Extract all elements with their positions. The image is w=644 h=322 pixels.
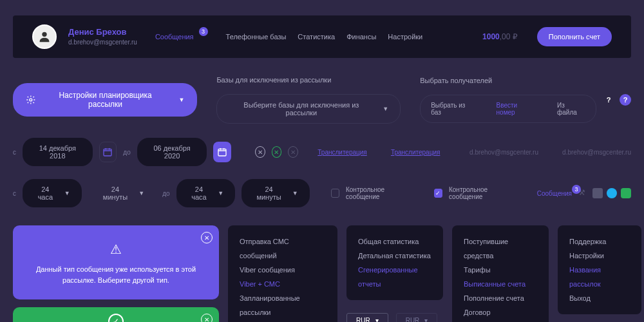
balance-suffix: ,00 ₽ <box>500 32 518 41</box>
scheduler-label: Настройки планировщика рассылки <box>43 91 169 109</box>
top-header: Денис Брехов d.brehov@msgcenter.ru Сообщ… <box>13 15 631 58</box>
exclusion-title: Базы для исключения из рассылки <box>216 76 401 84</box>
calendar-icon[interactable] <box>99 142 117 162</box>
panel-link[interactable]: Поддержка <box>569 234 630 249</box>
nav-badge: 3 <box>199 27 208 36</box>
balance: 1000,00 ₽ <box>482 32 518 41</box>
svg-rect-2 <box>104 149 111 156</box>
currency-select-ghost[interactable]: RUR▾ <box>396 313 438 322</box>
panel-link[interactable]: Тарифы <box>464 263 537 277</box>
checkbox-control-1[interactable] <box>331 189 339 198</box>
close-icon[interactable]: ✕ <box>201 314 213 322</box>
date-from[interactable]: 14 декабря 2018 <box>23 138 93 166</box>
svg-point-0 <box>42 32 46 37</box>
translit-link[interactable]: Транслитерация <box>317 149 367 156</box>
panel-link[interactable]: Выход <box>569 291 630 305</box>
chevron-down-icon: ▾ <box>424 317 428 322</box>
chevron-down-icon: ▼ <box>292 190 298 196</box>
nav-phone-bases[interactable]: Телефонные базы <box>226 33 287 41</box>
topup-button[interactable]: Пополнить счет <box>537 27 612 46</box>
panel-finance: Поступившие средства Тарифы Выписанные с… <box>452 225 549 322</box>
email-text: d.brehov@msgcenter.ru <box>562 149 631 156</box>
nav-statistics[interactable]: Статистика <box>298 33 335 41</box>
exclusion-select[interactable]: Выберите базы для исключения из рассылки… <box>216 94 401 124</box>
panel-link[interactable]: Выписанные счета <box>464 277 537 291</box>
recipients-opt-file[interactable]: Из файла <box>547 95 596 122</box>
currency-select[interactable]: RUR▾ <box>346 313 388 322</box>
alert-success: ✕ ✓ <box>13 307 219 322</box>
panel-link[interactable]: Отправка СМС сообщений <box>240 234 326 263</box>
warning-icon: ⚠ <box>27 240 205 259</box>
checkbox-control-2[interactable]: ✓ <box>434 189 442 198</box>
panel-link[interactable]: Viber + СМС <box>240 277 326 291</box>
close-icon-green[interactable]: ✕ <box>272 146 282 158</box>
translit-link[interactable]: Транслитерация <box>391 149 440 156</box>
checkbox-label: Контрольное сообщение <box>449 186 518 200</box>
check-icon: ✓ <box>108 314 124 322</box>
help-icon-filled[interactable]: ? <box>620 94 631 106</box>
nav-messages[interactable]: Сообщения <box>155 33 194 41</box>
recipients-opt-number[interactable]: Ввести номер <box>486 95 547 122</box>
chevron-down-icon: ▼ <box>383 106 388 112</box>
help-icon[interactable]: ? <box>603 94 614 106</box>
close-icon-dim[interactable]: ✕ <box>288 146 298 158</box>
svg-rect-3 <box>218 149 226 156</box>
gear-icon <box>26 95 36 105</box>
tool-icons: ⚒ <box>578 188 631 198</box>
panel-link[interactable]: Договор <box>464 305 537 319</box>
chevron-down-icon: ▼ <box>218 190 223 196</box>
currency-tabs: RUR▾ RUR▾ <box>346 313 443 322</box>
panel-link[interactable]: Viber сообщения <box>240 263 326 277</box>
panel-link[interactable]: Сгенерированные отчеты <box>358 263 431 291</box>
recipients-segmented: Выбрать из баз Ввести номер Из файла <box>420 95 596 123</box>
panel-settings: Поддержка Настройки Названия рассылок Вы… <box>558 225 641 314</box>
square-icon[interactable] <box>592 188 603 198</box>
time-hour-from[interactable]: 24 часа▼ <box>23 179 82 207</box>
scheduler-settings-button[interactable]: Настройки планировщика рассылки ▼ <box>13 83 197 117</box>
panel-link[interactable]: Детальная статистика <box>358 249 431 263</box>
user-name: Денис Брехов <box>68 27 137 38</box>
panel-link[interactable]: Названия рассылок <box>569 263 630 291</box>
time-min-from[interactable]: 24 минуты▼ <box>88 179 156 207</box>
close-icon[interactable]: ✕ <box>255 146 265 158</box>
panel-link[interactable]: Запланированные рассылки <box>240 291 326 319</box>
top-nav: Сообщения3 Телефонные базы Статистика Фи… <box>155 32 422 41</box>
calendar-icon-active[interactable] <box>213 142 231 162</box>
panel-link[interactable]: Общая статистика <box>358 234 431 249</box>
panel-messages: Отправка СМС сообщений Viber сообщения V… <box>228 225 337 322</box>
panel-link[interactable]: Поступившие средства <box>464 234 537 263</box>
email-text: d.brehov@msgcenter.ru <box>469 149 538 156</box>
recipients-opt-bases[interactable]: Выбрать из баз <box>421 95 486 122</box>
alert-warning: ✕ ⚠ Данный тип сообщения уже используетс… <box>13 225 219 299</box>
recipients-title: Выбрать получателей <box>420 77 596 84</box>
time-hour-to[interactable]: 24 часа▼ <box>176 179 236 207</box>
checkbox-label: Контрольное сообщение <box>346 186 415 200</box>
nav-settings[interactable]: Настройки <box>388 33 422 41</box>
green-icon[interactable] <box>621 188 631 198</box>
close-icon[interactable]: ✕ <box>201 232 213 243</box>
panel-stats: Общая статистика Детальная статистика Сг… <box>346 225 443 300</box>
messages-badge: 3 <box>572 185 581 194</box>
user-email: d.brehov@msgcenter.ru <box>68 38 137 46</box>
balance-amount: 1000 <box>482 32 500 41</box>
to-label: до <box>123 149 130 156</box>
panel-link[interactable]: Пополнение счета <box>464 291 537 305</box>
nav-finances[interactable]: Финансы <box>346 33 376 41</box>
date-to[interactable]: 06 декабря 2020 <box>137 138 207 166</box>
chevron-down-icon: ▼ <box>64 190 70 196</box>
time-min-to[interactable]: 24 минуты▼ <box>242 179 309 207</box>
user-block: Денис Брехов d.brehov@msgcenter.ru <box>68 27 137 46</box>
chevron-down-icon: ▾ <box>375 317 379 322</box>
panel-link[interactable]: Шаблоны <box>240 319 326 322</box>
time-from-label: с <box>13 190 16 197</box>
help-icons: ? ? <box>603 94 631 106</box>
alert-text: Данный тип сообщения уже используется в … <box>36 265 196 284</box>
chevron-down-icon: ▼ <box>178 97 184 103</box>
messages-link[interactable]: Сообщения 3 <box>537 190 572 197</box>
svg-point-1 <box>30 99 32 101</box>
time-to-label: до <box>162 190 169 197</box>
panel-link[interactable]: Настройки <box>569 249 630 263</box>
avatar[interactable] <box>32 24 57 49</box>
chevron-down-icon: ▼ <box>138 190 144 196</box>
skype-icon[interactable] <box>607 188 617 198</box>
